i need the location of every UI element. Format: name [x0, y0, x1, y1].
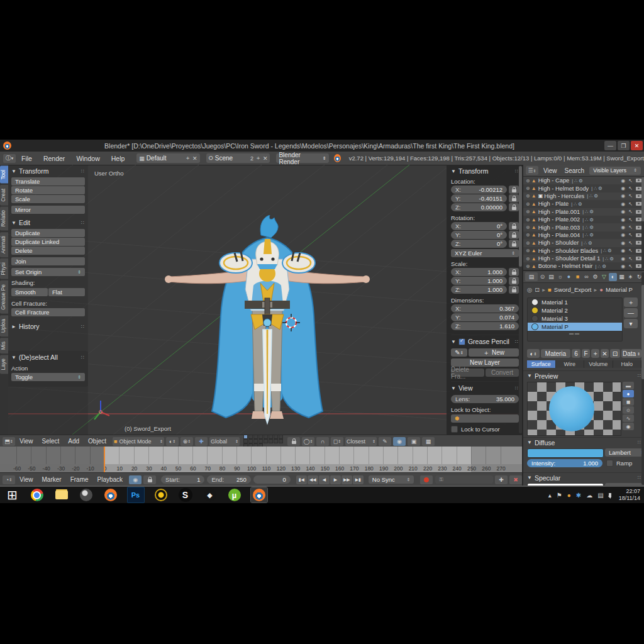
- snap-magnet-icon[interactable]: ∩: [316, 437, 329, 446]
- outliner-row[interactable]: ⊕ ▲ ▣ High - Plate.001 | ∴ ⚙ ◉ ↖: [523, 208, 644, 216]
- particles-tab-icon[interactable]: ∗: [626, 273, 635, 281]
- menu-item[interactable]: Object: [84, 438, 111, 445]
- expand-icon[interactable]: ⊕: [526, 209, 530, 214]
- minimize-button[interactable]: —: [604, 141, 616, 150]
- scene-name[interactable]: Scene: [215, 155, 233, 162]
- object-data-tab-icon[interactable]: ▽: [600, 273, 608, 281]
- lock-icon[interactable]: [509, 203, 519, 211]
- world-tab-icon[interactable]: ●: [565, 273, 573, 281]
- lock-icon[interactable]: [509, 186, 519, 194]
- layer-dot[interactable]: [279, 435, 283, 439]
- breadcrumb-material[interactable]: Material P: [606, 286, 633, 293]
- tool-button[interactable]: Delete: [11, 247, 85, 255]
- visibility-eye-icon[interactable]: ◉: [621, 209, 625, 214]
- preview-range-icon[interactable]: ◉: [129, 475, 142, 484]
- outliner-row[interactable]: ⊕ ▲ ▣ High - Shoulder Detail 1 | ∴ ⚙ ◉ ↖: [523, 255, 644, 262]
- material-slot[interactable]: Material P: [528, 323, 622, 331]
- editor-type-timeline-icon[interactable]: ◔⇕: [3, 475, 15, 484]
- add-icon[interactable]: ＋: [185, 154, 191, 162]
- cell-fracture-button[interactable]: Cell Fracture: [11, 308, 85, 316]
- outliner-view-menu[interactable]: View: [538, 167, 562, 174]
- delete-icon[interactable]: ✕: [263, 155, 268, 162]
- lock-icon[interactable]: [509, 231, 519, 239]
- diffuse-intensity-slider[interactable]: Intensity:1.000: [527, 459, 602, 467]
- menu-item[interactable]: Frame: [66, 476, 93, 483]
- play-button[interactable]: ▶: [330, 475, 341, 484]
- speaker-icon[interactable]: [609, 493, 611, 497]
- texture-tab-icon[interactable]: ▦: [618, 273, 626, 281]
- current-frame-field[interactable]: 0: [253, 475, 291, 484]
- object-tab-icon[interactable]: ■: [574, 273, 582, 281]
- expand-icon[interactable]: ⊕: [526, 217, 530, 223]
- security-shield-icon[interactable]: ●: [567, 492, 571, 499]
- toolshelf-tab[interactable]: Animati: [0, 232, 8, 257]
- pivot-point-dropdown[interactable]: ⊕⇕: [180, 437, 193, 446]
- renderable-camera-icon[interactable]: [636, 257, 641, 260]
- number-field[interactable]: Y:0.074: [451, 313, 519, 321]
- jump-to-start-button[interactable]: ▮◀: [296, 475, 307, 484]
- play-reverse-button[interactable]: ◀: [319, 475, 330, 484]
- material-slot[interactable]: Material 2: [528, 306, 622, 314]
- layer-dot[interactable]: [253, 439, 258, 443]
- preview-sphere-button[interactable]: ●: [623, 390, 634, 397]
- taskbar-app-icon[interactable]: Ps: [127, 487, 145, 503]
- material-type-tab[interactable]: Halo: [613, 360, 642, 368]
- proportional-editing-icon[interactable]: ◯⇕: [302, 437, 314, 446]
- visibility-eye-icon[interactable]: ◉: [621, 201, 625, 207]
- panel-header-grease-pencil[interactable]: ▼ Grease Pencil∷: [451, 335, 519, 345]
- nodes-button[interactable]: ⊡: [610, 349, 620, 358]
- renderable-camera-icon[interactable]: [636, 187, 641, 191]
- renderable-camera-icon[interactable]: [636, 249, 641, 253]
- delete-icon[interactable]: ✕: [192, 155, 197, 162]
- taskbar-app-icon[interactable]: [103, 487, 119, 502]
- outliner-row[interactable]: ⊕ ▲ ▣ High - Helmet Body | ∴ ⚙ ◉ ↖: [523, 184, 644, 192]
- ramp-checkbox[interactable]: [606, 460, 613, 467]
- panel-grip-icon[interactable]: ∷: [81, 220, 85, 226]
- taskbar-app-icon[interactable]: [78, 487, 94, 502]
- grease-delete-frame-button[interactable]: Delete Fra...: [451, 369, 484, 377]
- tray-clock[interactable]: 22:07 18/11/14: [619, 488, 640, 502]
- action-dropdown[interactable]: Toggle⇕: [11, 373, 85, 381]
- toolshelf-tab[interactable]: Tool: [0, 166, 8, 184]
- orientation-dropdown[interactable]: Global⇕: [209, 437, 240, 446]
- layer-dot[interactable]: [243, 435, 248, 439]
- layer-dot[interactable]: [264, 439, 268, 443]
- delete-keyframe-icon[interactable]: ✖: [509, 475, 522, 484]
- list-grip[interactable]: ▬▬: [528, 331, 622, 335]
- screen-layout-selector[interactable]: ▦ Default ＋ ✕: [136, 153, 199, 163]
- render-opengl-anim-icon[interactable]: ▦: [422, 437, 435, 446]
- layer-dot[interactable]: [264, 435, 268, 439]
- auto-keyframe-record-icon[interactable]: [420, 475, 433, 484]
- expand-icon[interactable]: ⊕: [526, 178, 530, 184]
- expand-icon[interactable]: ⊕: [526, 232, 530, 238]
- panel-header-transform[interactable]: ▼ Transform∷: [451, 167, 519, 175]
- tool-button[interactable]: Duplicate: [11, 229, 85, 237]
- outliner-row[interactable]: ⊕ ▲ ▣ High - Plate.002 | ∴ ⚙ ◉ ↖: [523, 216, 644, 223]
- snap-element-icon[interactable]: ◻⇕: [331, 437, 343, 446]
- update-icon[interactable]: ✱: [576, 492, 581, 499]
- tool-button[interactable]: Rotate: [11, 186, 85, 194]
- smooth-button[interactable]: Smooth: [11, 288, 48, 296]
- maximize-button[interactable]: ❐: [618, 141, 630, 150]
- tool-button[interactable]: Duplicate Linked: [11, 238, 85, 246]
- layer-dot[interactable]: [269, 439, 273, 443]
- menu-item[interactable]: Playback: [93, 476, 128, 483]
- material-tab-icon[interactable]: ◐: [609, 273, 617, 281]
- selectable-arrow-icon[interactable]: ↖: [628, 256, 633, 262]
- outliner-filter-dropdown[interactable]: Visible Layers⇕: [589, 167, 641, 175]
- selectable-arrow-icon[interactable]: ↖: [628, 248, 633, 253]
- number-field[interactable]: X:-0.00212: [451, 186, 507, 194]
- timeline-ruler[interactable]: -60-50-40-30-20-100102030405060708090100…: [0, 447, 522, 472]
- layer-dot[interactable]: [253, 435, 258, 439]
- renderable-camera-icon[interactable]: [636, 241, 641, 245]
- character-model[interactable]: [160, 215, 374, 426]
- expand-icon[interactable]: ⊕: [526, 225, 530, 230]
- renderable-camera-icon[interactable]: [636, 233, 641, 237]
- diffuse-color-swatch[interactable]: [527, 448, 604, 458]
- editor-type-info-icon[interactable]: ⓘ▾: [3, 154, 16, 163]
- add-slot-button[interactable]: ＋: [624, 297, 638, 307]
- render-layers-tab-icon[interactable]: ▤: [547, 273, 555, 281]
- layer-dot[interactable]: [248, 435, 253, 439]
- toolshelf-tab[interactable]: Laye: [0, 355, 8, 374]
- close-button[interactable]: ✕: [631, 141, 643, 150]
